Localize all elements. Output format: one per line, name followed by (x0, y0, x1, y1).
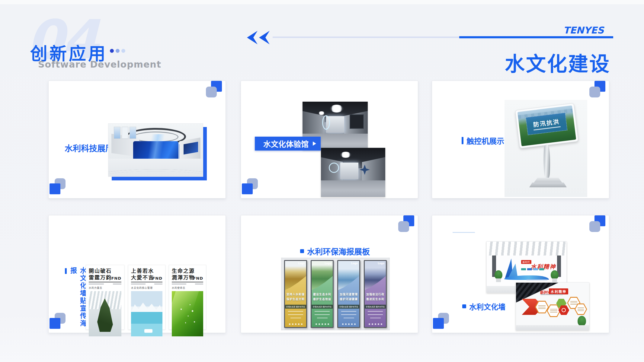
glacier-image (131, 291, 162, 336)
divider-line-accent (459, 36, 613, 38)
leaf-image (172, 291, 203, 336)
corner-squares-icon (397, 215, 414, 233)
poster-mountain: 開山破石 雷霆万鈞 FND 水的力量志 (86, 265, 124, 330)
poster-logo: FND (111, 276, 121, 281)
corner-squares-icon (50, 313, 67, 330)
corner-squares-icon (588, 81, 605, 98)
arrow-right-icon (313, 141, 316, 146)
label-bar-icon (65, 268, 67, 274)
wall-title: 水利精神 (549, 288, 568, 294)
touch-kiosk-label[interactable]: 触控机展示 (462, 135, 504, 146)
card-wall-posters: 水文化墙贴宣传海报 開山破石 雷霆万鈞 FND 水的力量志 上善若水 大愛不言 … (48, 215, 226, 333)
double-chevron-left-icon (247, 31, 270, 44)
corner-squares-icon (204, 81, 222, 98)
page-title: 水文化建设 (369, 48, 610, 77)
corner-squares-icon (50, 178, 67, 196)
experience-hall-label[interactable]: 水文化体验馆 (255, 137, 321, 151)
square-bullet-icon (462, 304, 466, 308)
slide: 04 创新应用 Software Development TENYES 水文化建… (0, 0, 644, 362)
card-env-posters: 水利环保海报展板 Logo 坚持人水和谐保护生态文明 珍惜水资源 保护水环境 L… (241, 215, 418, 333)
exhibition-hall-photo (108, 123, 203, 177)
divider-line-light (273, 37, 459, 38)
bottom-strip (0, 0, 644, 4)
faint-underline (453, 232, 475, 233)
card-tech-hall: 水利科技展厅 (48, 81, 226, 198)
culture-wall-label[interactable]: 水利文化墙 (462, 301, 505, 312)
title-dots-icon (110, 49, 125, 53)
card-touch-kiosk: 触控机展示 防汛抗洪 (432, 81, 609, 198)
env-poster-purple: Logo 加强依法行政推进民生水利 珍惜水资源 保护水环境 (364, 260, 387, 328)
corner-squares-icon (433, 313, 450, 330)
poster-caption: 水文化的核心管理 (131, 286, 162, 289)
square-bullet-icon (300, 249, 304, 253)
card-culture-wall: 新时代 水利精神 新时代 水利精神 水利文化墙 (432, 215, 609, 333)
section-subtitle: Software Development (38, 59, 161, 70)
brand-logo: TENYES (510, 25, 604, 36)
env-poster-green: Logo 建设生态水利维护生态效益 珍惜水资源 保护水环境 (311, 260, 334, 328)
poster-logo: FND (193, 276, 203, 281)
card-experience-hall: 水文化体验馆 (241, 81, 418, 198)
poster-caption: 水的力量志 (89, 286, 121, 289)
env-poster-blue: Logo 加强河道管理维护河湖健康 珍惜水资源 保护水环境 (337, 260, 360, 328)
waterfall-image (89, 291, 121, 336)
poster-caption: 水的使命志 (172, 286, 203, 289)
poster-logo: FND (152, 276, 162, 281)
env-poster-gold: Logo 坚持人水和谐保护生态文明 珍惜水资源 保护水环境 (284, 260, 307, 328)
wall-posters-label[interactable]: 水文化墙贴宣传海报 (68, 267, 87, 332)
corner-squares-icon (588, 215, 605, 233)
culture-wall-photo-hexagon: 新时代 水利精神 (516, 282, 589, 330)
wall-tag: 新时代 (521, 260, 531, 264)
corner-squares-icon (242, 178, 259, 196)
poster-leaf: 生命之源 潤澤万物 FND 水的使命志 (169, 265, 206, 330)
experience-hall-photo-2 (321, 148, 385, 197)
label-bar-icon (462, 137, 463, 144)
touch-kiosk-photo: 防汛抗洪 (505, 100, 587, 197)
poster-glacier: 上善若水 大愛不言 FND 水文化的核心管理 (128, 265, 165, 330)
poster-board-photo: Logo 坚持人水和谐保护生态文明 珍惜水资源 保护水环境 Logo 建设生态水… (281, 258, 390, 330)
env-posters-label[interactable]: 水利环保海报展板 (300, 246, 370, 257)
